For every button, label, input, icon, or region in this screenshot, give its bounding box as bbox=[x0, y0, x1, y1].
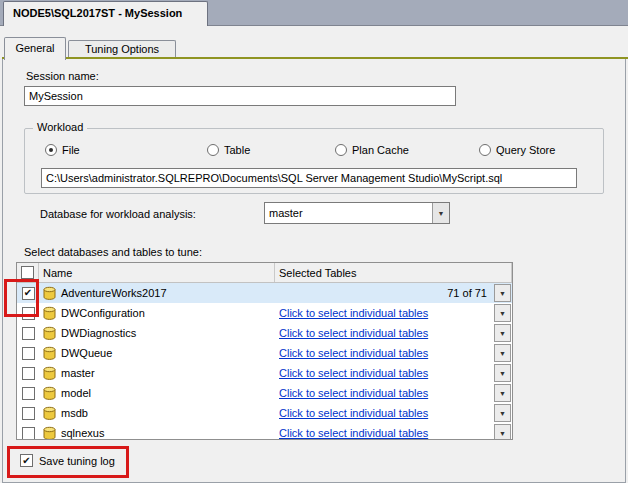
workload-file-path: C:\Users\administrator.SQLREPRO\Document… bbox=[46, 172, 502, 184]
row-tables-dropdown-button[interactable]: ▼ bbox=[494, 324, 511, 342]
chevron-down-icon: ▼ bbox=[499, 390, 506, 397]
database-row[interactable]: DWConfiguration Click to select individu… bbox=[17, 303, 512, 323]
chevron-down-icon: ▼ bbox=[499, 410, 506, 417]
database-name: DWConfiguration bbox=[61, 307, 145, 319]
selected-tables-value[interactable]: Click to select individual tables bbox=[279, 387, 428, 399]
database-row-checkbox[interactable] bbox=[22, 347, 35, 360]
tab-tuning-options[interactable]: Tuning Options bbox=[68, 40, 176, 57]
database-analysis-label: Database for workload analysis: bbox=[40, 208, 196, 220]
database-name: master bbox=[61, 367, 95, 379]
database-icon bbox=[43, 306, 56, 321]
chevron-down-icon: ▼ bbox=[499, 370, 506, 377]
header-name-label: Name bbox=[43, 267, 72, 279]
row-tables-dropdown-button[interactable]: ▼ bbox=[494, 284, 511, 302]
database-name: DWQueue bbox=[61, 347, 112, 359]
row-tables-dropdown-button[interactable]: ▼ bbox=[494, 384, 511, 402]
document-tab-label: NODE5\SQL2017ST - MySession bbox=[13, 7, 182, 19]
databases-grid: Name Selected Tables AdventureWorks2017 … bbox=[16, 262, 513, 440]
database-row[interactable]: msdb Click to select individual tables ▼ bbox=[17, 403, 512, 423]
row-tables-dropdown-button[interactable]: ▼ bbox=[494, 304, 511, 322]
database-icon bbox=[43, 366, 56, 381]
database-row-tables-cell: Click to select individual tables ▼ bbox=[275, 363, 512, 383]
database-row-name-cell: DWDiagnostics bbox=[39, 323, 275, 343]
workload-type-radio[interactable]: Query Store bbox=[479, 144, 555, 156]
database-name: msdb bbox=[61, 407, 88, 419]
radio-button-icon bbox=[335, 144, 347, 156]
database-row-checkbox[interactable] bbox=[22, 327, 35, 340]
database-row[interactable]: model Click to select individual tables … bbox=[17, 383, 512, 403]
database-icon bbox=[43, 406, 56, 421]
chevron-down-icon: ▼ bbox=[499, 330, 506, 337]
database-name: model bbox=[61, 387, 91, 399]
database-row-tables-cell: Click to select individual tables ▼ bbox=[275, 343, 512, 363]
selected-tables-value[interactable]: Click to select individual tables bbox=[279, 427, 428, 439]
database-row-checkbox[interactable] bbox=[22, 407, 35, 420]
database-icon bbox=[43, 426, 56, 441]
row-tables-dropdown-button[interactable]: ▼ bbox=[494, 424, 511, 440]
database-name: DWDiagnostics bbox=[61, 327, 136, 339]
selected-tables-value[interactable]: Click to select individual tables bbox=[279, 327, 428, 339]
database-row-tables-cell: Click to select individual tables ▼ bbox=[275, 303, 512, 323]
document-tab[interactable]: NODE5\SQL2017ST - MySession bbox=[3, 1, 208, 26]
tab-general-label: General bbox=[15, 42, 54, 54]
database-row-checkbox[interactable] bbox=[22, 427, 35, 440]
database-row-checkbox[interactable] bbox=[22, 387, 35, 400]
grid-body: AdventureWorks2017 71 of 71 ▼ DWConfigur… bbox=[17, 283, 512, 440]
tab-general[interactable]: General bbox=[4, 37, 66, 60]
workload-file-input[interactable]: C:\Users\administrator.SQLREPRO\Document… bbox=[41, 168, 577, 188]
database-row-check-cell bbox=[17, 423, 39, 440]
workload-type-radio[interactable]: Plan Cache bbox=[335, 144, 479, 156]
general-tab-panel: Session name: MySession Workload File Ta… bbox=[2, 59, 626, 483]
row-tables-dropdown-button[interactable]: ▼ bbox=[494, 404, 511, 422]
workload-type-radio[interactable]: Table bbox=[207, 144, 335, 156]
database-icon bbox=[43, 286, 56, 301]
database-analysis-combobox[interactable]: master ▼ bbox=[264, 202, 450, 224]
annotation-box-save-tuning-log bbox=[7, 446, 129, 478]
selected-tables-value[interactable]: 71 of 71 bbox=[447, 287, 487, 299]
workload-type-radio[interactable]: File bbox=[45, 144, 207, 156]
database-row-name-cell: AdventureWorks2017 bbox=[39, 283, 275, 303]
selected-tables-value[interactable]: Click to select individual tables bbox=[279, 347, 428, 359]
database-row-checkbox[interactable] bbox=[22, 367, 35, 380]
database-row-tables-cell: Click to select individual tables ▼ bbox=[275, 423, 512, 440]
workload-type-options: File Table Plan Cache Query Store bbox=[45, 144, 555, 156]
chevron-down-icon: ▼ bbox=[499, 350, 506, 357]
radio-button-icon bbox=[45, 144, 57, 156]
database-row[interactable]: AdventureWorks2017 71 of 71 ▼ bbox=[17, 283, 512, 303]
header-name-column[interactable]: Name bbox=[39, 263, 275, 282]
selected-tables-value[interactable]: Click to select individual tables bbox=[279, 407, 428, 419]
workload-type-radio-label: File bbox=[62, 144, 80, 156]
row-tables-dropdown-button[interactable]: ▼ bbox=[494, 344, 511, 362]
database-row-tables-cell: 71 of 71 ▼ bbox=[275, 283, 512, 303]
database-name: sqlnexus bbox=[61, 427, 104, 439]
workload-group-label: Workload bbox=[33, 121, 87, 133]
database-row[interactable]: sqlnexus Click to select individual tabl… bbox=[17, 423, 512, 440]
tab-tuning-options-label: Tuning Options bbox=[85, 43, 159, 55]
database-name: AdventureWorks2017 bbox=[61, 287, 167, 299]
chevron-down-icon: ▼ bbox=[499, 430, 506, 437]
database-row-tables-cell: Click to select individual tables ▼ bbox=[275, 323, 512, 343]
session-name-value: MySession bbox=[29, 90, 83, 102]
workload-type-radio-label: Plan Cache bbox=[352, 144, 409, 156]
radio-button-icon bbox=[479, 144, 491, 156]
database-row-name-cell: master bbox=[39, 363, 275, 383]
database-row-check-cell bbox=[17, 383, 39, 403]
selected-tables-value[interactable]: Click to select individual tables bbox=[279, 307, 428, 319]
selected-tables-value[interactable]: Click to select individual tables bbox=[279, 367, 428, 379]
select-all-checkbox[interactable] bbox=[21, 266, 34, 279]
header-selected-tables-label: Selected Tables bbox=[279, 267, 356, 279]
session-name-input[interactable]: MySession bbox=[24, 86, 456, 106]
header-selected-tables-column[interactable]: Selected Tables bbox=[275, 263, 512, 282]
row-tables-dropdown-button[interactable]: ▼ bbox=[494, 364, 511, 382]
database-row-tables-cell: Click to select individual tables ▼ bbox=[275, 403, 512, 423]
database-row[interactable]: DWQueue Click to select individual table… bbox=[17, 343, 512, 363]
database-row-name-cell: DWQueue bbox=[39, 343, 275, 363]
database-icon bbox=[43, 326, 56, 341]
database-analysis-dropdown-button[interactable]: ▼ bbox=[432, 203, 449, 223]
chevron-down-icon: ▼ bbox=[438, 210, 445, 217]
database-row[interactable]: master Click to select individual tables… bbox=[17, 363, 512, 383]
database-row[interactable]: DWDiagnostics Click to select individual… bbox=[17, 323, 512, 343]
chevron-down-icon: ▼ bbox=[499, 290, 506, 297]
dta-session-window: NODE5\SQL2017ST - MySession General Tuni… bbox=[0, 0, 628, 483]
select-databases-label: Select databases and tables to tune: bbox=[24, 246, 202, 258]
